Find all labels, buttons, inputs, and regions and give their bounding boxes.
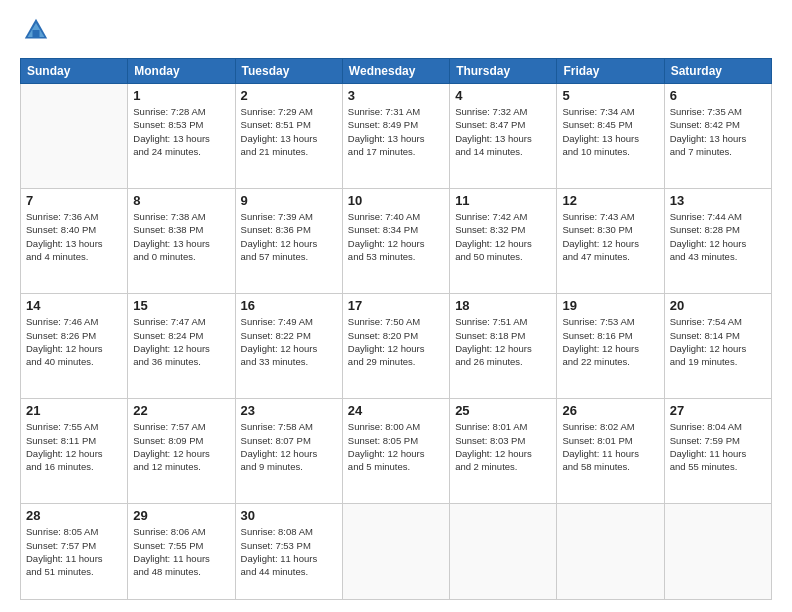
day-number: 27: [670, 403, 766, 418]
table-row: 5Sunrise: 7:34 AM Sunset: 8:45 PM Daylig…: [557, 84, 664, 189]
day-info: Sunrise: 7:42 AM Sunset: 8:32 PM Dayligh…: [455, 210, 551, 263]
day-info: Sunrise: 7:46 AM Sunset: 8:26 PM Dayligh…: [26, 315, 122, 368]
day-number: 3: [348, 88, 444, 103]
table-row: 4Sunrise: 7:32 AM Sunset: 8:47 PM Daylig…: [450, 84, 557, 189]
table-row: 14Sunrise: 7:46 AM Sunset: 8:26 PM Dayli…: [21, 294, 128, 399]
col-tuesday: Tuesday: [235, 59, 342, 84]
table-row: [342, 504, 449, 600]
table-row: 7Sunrise: 7:36 AM Sunset: 8:40 PM Daylig…: [21, 189, 128, 294]
day-number: 11: [455, 193, 551, 208]
day-number: 9: [241, 193, 337, 208]
table-row: 29Sunrise: 8:06 AM Sunset: 7:55 PM Dayli…: [128, 504, 235, 600]
day-info: Sunrise: 7:29 AM Sunset: 8:51 PM Dayligh…: [241, 105, 337, 158]
day-number: 13: [670, 193, 766, 208]
table-row: 24Sunrise: 8:00 AM Sunset: 8:05 PM Dayli…: [342, 399, 449, 504]
day-info: Sunrise: 8:04 AM Sunset: 7:59 PM Dayligh…: [670, 420, 766, 473]
day-info: Sunrise: 7:55 AM Sunset: 8:11 PM Dayligh…: [26, 420, 122, 473]
day-number: 22: [133, 403, 229, 418]
table-row: 17Sunrise: 7:50 AM Sunset: 8:20 PM Dayli…: [342, 294, 449, 399]
svg-rect-2: [33, 30, 40, 37]
calendar-table: Sunday Monday Tuesday Wednesday Thursday…: [20, 58, 772, 600]
day-number: 5: [562, 88, 658, 103]
day-info: Sunrise: 7:28 AM Sunset: 8:53 PM Dayligh…: [133, 105, 229, 158]
day-info: Sunrise: 7:47 AM Sunset: 8:24 PM Dayligh…: [133, 315, 229, 368]
table-row: 12Sunrise: 7:43 AM Sunset: 8:30 PM Dayli…: [557, 189, 664, 294]
day-number: 2: [241, 88, 337, 103]
col-saturday: Saturday: [664, 59, 771, 84]
day-info: Sunrise: 7:54 AM Sunset: 8:14 PM Dayligh…: [670, 315, 766, 368]
table-row: 1Sunrise: 7:28 AM Sunset: 8:53 PM Daylig…: [128, 84, 235, 189]
header: [20, 16, 772, 48]
day-info: Sunrise: 7:38 AM Sunset: 8:38 PM Dayligh…: [133, 210, 229, 263]
table-row: 2Sunrise: 7:29 AM Sunset: 8:51 PM Daylig…: [235, 84, 342, 189]
day-number: 21: [26, 403, 122, 418]
day-number: 7: [26, 193, 122, 208]
col-friday: Friday: [557, 59, 664, 84]
day-info: Sunrise: 7:49 AM Sunset: 8:22 PM Dayligh…: [241, 315, 337, 368]
day-number: 19: [562, 298, 658, 313]
day-number: 1: [133, 88, 229, 103]
day-info: Sunrise: 7:58 AM Sunset: 8:07 PM Dayligh…: [241, 420, 337, 473]
table-row: 19Sunrise: 7:53 AM Sunset: 8:16 PM Dayli…: [557, 294, 664, 399]
day-number: 18: [455, 298, 551, 313]
table-row: 22Sunrise: 7:57 AM Sunset: 8:09 PM Dayli…: [128, 399, 235, 504]
day-number: 17: [348, 298, 444, 313]
day-info: Sunrise: 7:35 AM Sunset: 8:42 PM Dayligh…: [670, 105, 766, 158]
table-row: 18Sunrise: 7:51 AM Sunset: 8:18 PM Dayli…: [450, 294, 557, 399]
day-info: Sunrise: 7:44 AM Sunset: 8:28 PM Dayligh…: [670, 210, 766, 263]
day-info: Sunrise: 8:05 AM Sunset: 7:57 PM Dayligh…: [26, 525, 122, 578]
day-number: 29: [133, 508, 229, 523]
table-row: 15Sunrise: 7:47 AM Sunset: 8:24 PM Dayli…: [128, 294, 235, 399]
table-row: 13Sunrise: 7:44 AM Sunset: 8:28 PM Dayli…: [664, 189, 771, 294]
col-thursday: Thursday: [450, 59, 557, 84]
day-info: Sunrise: 7:40 AM Sunset: 8:34 PM Dayligh…: [348, 210, 444, 263]
table-row: 27Sunrise: 8:04 AM Sunset: 7:59 PM Dayli…: [664, 399, 771, 504]
day-info: Sunrise: 7:36 AM Sunset: 8:40 PM Dayligh…: [26, 210, 122, 263]
day-number: 10: [348, 193, 444, 208]
table-row: [450, 504, 557, 600]
table-row: 10Sunrise: 7:40 AM Sunset: 8:34 PM Dayli…: [342, 189, 449, 294]
table-row: 30Sunrise: 8:08 AM Sunset: 7:53 PM Dayli…: [235, 504, 342, 600]
day-info: Sunrise: 8:08 AM Sunset: 7:53 PM Dayligh…: [241, 525, 337, 578]
day-number: 15: [133, 298, 229, 313]
table-row: 9Sunrise: 7:39 AM Sunset: 8:36 PM Daylig…: [235, 189, 342, 294]
table-row: [557, 504, 664, 600]
table-row: 26Sunrise: 8:02 AM Sunset: 8:01 PM Dayli…: [557, 399, 664, 504]
day-info: Sunrise: 8:00 AM Sunset: 8:05 PM Dayligh…: [348, 420, 444, 473]
table-row: [664, 504, 771, 600]
page: Sunday Monday Tuesday Wednesday Thursday…: [0, 0, 792, 612]
col-monday: Monday: [128, 59, 235, 84]
table-row: 20Sunrise: 7:54 AM Sunset: 8:14 PM Dayli…: [664, 294, 771, 399]
day-info: Sunrise: 7:32 AM Sunset: 8:47 PM Dayligh…: [455, 105, 551, 158]
day-number: 24: [348, 403, 444, 418]
day-number: 30: [241, 508, 337, 523]
day-number: 20: [670, 298, 766, 313]
table-row: 11Sunrise: 7:42 AM Sunset: 8:32 PM Dayli…: [450, 189, 557, 294]
day-info: Sunrise: 7:51 AM Sunset: 8:18 PM Dayligh…: [455, 315, 551, 368]
day-number: 26: [562, 403, 658, 418]
logo-icon: [22, 16, 50, 44]
table-row: 21Sunrise: 7:55 AM Sunset: 8:11 PM Dayli…: [21, 399, 128, 504]
day-info: Sunrise: 7:43 AM Sunset: 8:30 PM Dayligh…: [562, 210, 658, 263]
day-number: 16: [241, 298, 337, 313]
day-number: 6: [670, 88, 766, 103]
day-info: Sunrise: 7:34 AM Sunset: 8:45 PM Dayligh…: [562, 105, 658, 158]
col-wednesday: Wednesday: [342, 59, 449, 84]
day-number: 28: [26, 508, 122, 523]
day-info: Sunrise: 7:57 AM Sunset: 8:09 PM Dayligh…: [133, 420, 229, 473]
day-info: Sunrise: 7:31 AM Sunset: 8:49 PM Dayligh…: [348, 105, 444, 158]
day-info: Sunrise: 7:50 AM Sunset: 8:20 PM Dayligh…: [348, 315, 444, 368]
table-row: 16Sunrise: 7:49 AM Sunset: 8:22 PM Dayli…: [235, 294, 342, 399]
day-info: Sunrise: 7:53 AM Sunset: 8:16 PM Dayligh…: [562, 315, 658, 368]
day-info: Sunrise: 8:01 AM Sunset: 8:03 PM Dayligh…: [455, 420, 551, 473]
day-info: Sunrise: 8:06 AM Sunset: 7:55 PM Dayligh…: [133, 525, 229, 578]
day-info: Sunrise: 7:39 AM Sunset: 8:36 PM Dayligh…: [241, 210, 337, 263]
day-number: 23: [241, 403, 337, 418]
table-row: [21, 84, 128, 189]
table-row: 25Sunrise: 8:01 AM Sunset: 8:03 PM Dayli…: [450, 399, 557, 504]
day-number: 14: [26, 298, 122, 313]
col-sunday: Sunday: [21, 59, 128, 84]
day-number: 4: [455, 88, 551, 103]
day-info: Sunrise: 8:02 AM Sunset: 8:01 PM Dayligh…: [562, 420, 658, 473]
table-row: 3Sunrise: 7:31 AM Sunset: 8:49 PM Daylig…: [342, 84, 449, 189]
